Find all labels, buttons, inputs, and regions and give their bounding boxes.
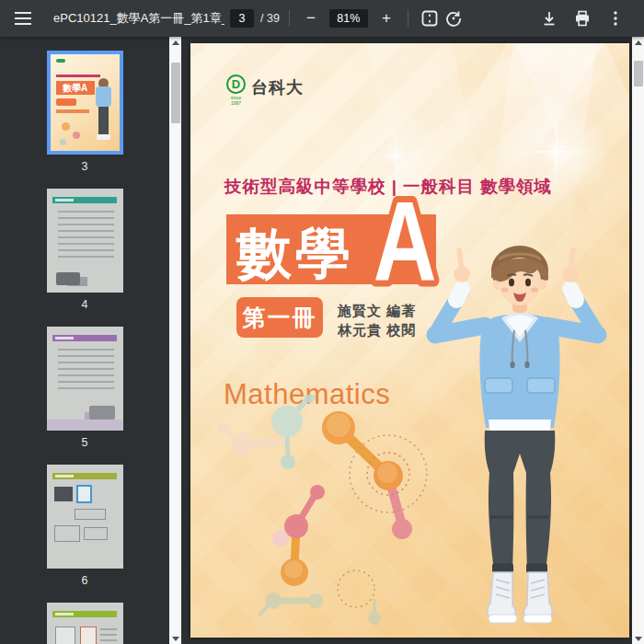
thumbnail-section-header bbox=[52, 197, 117, 203]
rotate-button[interactable] bbox=[442, 6, 466, 30]
thumbnail-label: 5 bbox=[82, 436, 88, 451]
thumbnail-page-7[interactable] bbox=[47, 603, 123, 644]
pdf-viewport: D since 1997 台科大 技術型高級中等學校 | 一般科目 數學領域 數… bbox=[181, 37, 644, 644]
print-icon bbox=[574, 10, 591, 27]
scroll-up-arrow[interactable] bbox=[169, 37, 181, 49]
thumbnail-outline-box bbox=[80, 627, 97, 644]
thumbnail-outline-box bbox=[55, 627, 75, 644]
more-vertical-icon bbox=[614, 11, 617, 26]
scroll-down-arrow[interactable] bbox=[169, 632, 181, 644]
download-button[interactable] bbox=[537, 6, 561, 30]
zoom-out-icon: − bbox=[306, 9, 316, 28]
thumbnail-page-5[interactable] bbox=[47, 327, 123, 431]
download-icon bbox=[541, 10, 558, 27]
molecule-teal-faint bbox=[259, 592, 381, 625]
thumbnail-footer-band bbox=[47, 420, 123, 431]
mini-title-box: 數學A bbox=[56, 81, 95, 95]
mini-logo bbox=[56, 59, 65, 63]
thumbnail-page-3[interactable]: 數學A bbox=[47, 51, 123, 155]
publisher-since-label: since 1997 bbox=[226, 95, 246, 106]
thumbnail-outline-box bbox=[54, 525, 80, 542]
thumbnail-list: 數學A 3 bbox=[0, 37, 169, 644]
molecule-orange bbox=[322, 411, 412, 539]
thumbnail-item-page-3: 數學A 3 bbox=[47, 51, 123, 175]
thumbnail-label: 4 bbox=[82, 298, 88, 313]
molecule-pink bbox=[272, 485, 325, 586]
publisher-name: 台科大 bbox=[251, 76, 304, 98]
pdf-page-cover: D since 1997 台科大 技術型高級中等學校 | 一般科目 數學領域 數… bbox=[190, 43, 629, 638]
thumbnail-text-lines bbox=[58, 211, 114, 259]
thumbnail-sidebar: 數學A 3 bbox=[0, 37, 181, 644]
thumbnail-item-page-5: 5 bbox=[47, 327, 123, 451]
page-count-label: / 39 bbox=[260, 12, 280, 25]
mini-molecule-dot bbox=[60, 139, 66, 145]
author-line: 施賢文 編著 bbox=[338, 301, 416, 320]
mini-character-shoes bbox=[97, 134, 110, 140]
publisher-logo-icon: D bbox=[226, 75, 246, 94]
thumbnail-page-art bbox=[47, 189, 123, 293]
thumbnail-item-page-4: 4 bbox=[47, 189, 123, 313]
toolbar-divider bbox=[289, 10, 290, 27]
menu-icon bbox=[15, 12, 31, 25]
toolbar-divider bbox=[408, 10, 408, 27]
zoom-level-input[interactable]: 81% bbox=[329, 9, 368, 28]
thumbnail-section-header bbox=[52, 473, 117, 479]
molecule-decoration bbox=[216, 395, 437, 636]
thumbnail-illustration bbox=[56, 272, 80, 285]
fit-to-page-button[interactable] bbox=[418, 6, 442, 30]
title-cjk-text: 數學 bbox=[236, 223, 354, 284]
thumbnail-outline-box bbox=[75, 509, 106, 520]
scrollbar-thumb[interactable] bbox=[171, 63, 180, 123]
scroll-down-arrow[interactable] bbox=[632, 632, 644, 644]
student-character-illustration bbox=[411, 241, 621, 630]
thumbnail-page-6[interactable] bbox=[47, 465, 123, 569]
zoom-out-button[interactable]: − bbox=[299, 6, 323, 30]
thumbnail-text-lines bbox=[100, 628, 117, 644]
thumbnail-illustration bbox=[89, 406, 115, 420]
scroll-up-arrow[interactable] bbox=[632, 37, 644, 49]
main-scrollbar[interactable] bbox=[632, 37, 644, 644]
zoom-in-button[interactable]: + bbox=[374, 6, 398, 30]
sidebar-scrollbar[interactable] bbox=[169, 37, 181, 644]
thumbnail-outline-box bbox=[84, 527, 108, 540]
document-title: ePC10121_數學A第一冊_第1章_課本P... bbox=[53, 10, 224, 27]
pdf-toolbar: ePC10121_數學A第一冊_第1章_課本P... 3 / 39 − 81% … bbox=[0, 0, 644, 37]
thumbnail-text-lines bbox=[58, 349, 114, 389]
mini-subtitle-line bbox=[56, 75, 100, 77]
menu-button[interactable] bbox=[11, 6, 35, 30]
scrollbar-thumb[interactable] bbox=[634, 61, 643, 86]
mini-molecule-dot bbox=[73, 132, 80, 139]
mini-cover-art: 數學A bbox=[51, 54, 120, 151]
thumbnail-item-page-6: 6 bbox=[47, 465, 123, 589]
reviewer-line: 林元貴 校閱 bbox=[338, 320, 416, 339]
thumbnail-page-art bbox=[47, 603, 123, 644]
rotate-icon bbox=[445, 10, 462, 27]
print-button[interactable] bbox=[570, 6, 594, 30]
thumbnail-item-page-7 bbox=[47, 603, 123, 644]
zoom-in-icon: + bbox=[382, 9, 391, 28]
thumbnail-page-art bbox=[47, 327, 123, 431]
mini-character-legs bbox=[98, 107, 109, 134]
thumbnail-page-art bbox=[47, 465, 123, 569]
thumbnail-section-header bbox=[52, 335, 117, 341]
thumbnail-screenshot-box bbox=[76, 485, 92, 503]
fit-to-page-icon bbox=[421, 10, 438, 27]
thumbnail-label: 6 bbox=[82, 574, 88, 589]
thumbnail-label: 3 bbox=[82, 160, 88, 175]
molecule-teal bbox=[271, 395, 316, 469]
volume-badge: 第一冊 bbox=[236, 297, 323, 338]
author-credits: 施賢文 編著 林元貴 校閱 bbox=[338, 301, 416, 339]
mini-volume-badge bbox=[56, 98, 76, 106]
thumbnail-section-header bbox=[52, 611, 117, 617]
mini-character-body bbox=[96, 86, 111, 107]
more-options-button[interactable] bbox=[604, 6, 627, 30]
mini-molecule-dot bbox=[62, 122, 70, 131]
thumbnail-screenshot-box bbox=[54, 487, 73, 501]
page-number-input[interactable]: 3 bbox=[230, 9, 254, 28]
publisher-brand: D since 1997 台科大 bbox=[226, 75, 304, 106]
thumbnail-page-4[interactable] bbox=[47, 189, 123, 293]
mini-english-line bbox=[56, 109, 89, 113]
